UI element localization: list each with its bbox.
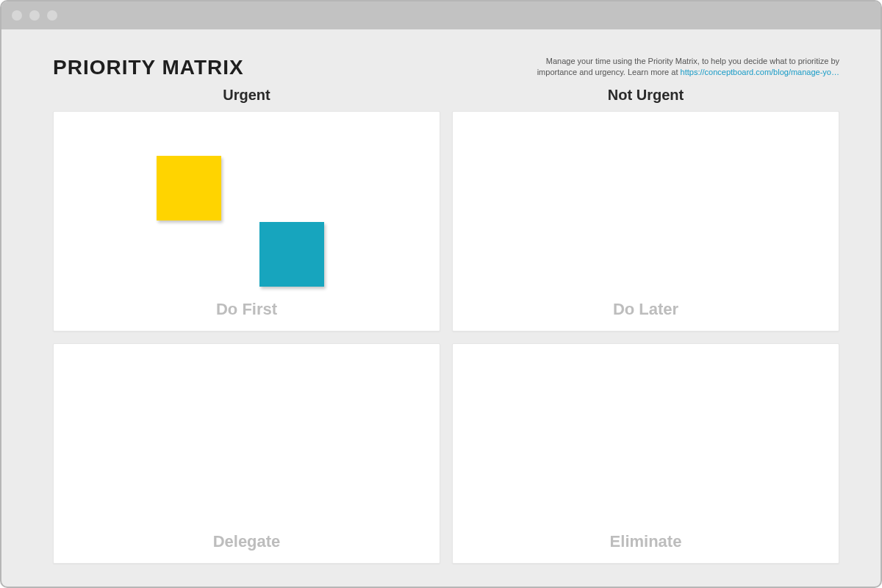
quadrant-do-first[interactable]: Do First (53, 111, 440, 331)
quadrant-label: Do First (216, 300, 277, 319)
quadrant-label: Delegate (213, 532, 281, 551)
window-control-close[interactable] (12, 10, 22, 21)
window-titlebar (1, 1, 881, 29)
sticky-note-yellow[interactable] (157, 156, 221, 220)
window-control-minimize[interactable] (29, 10, 40, 21)
column-header-not-urgent: Not Urgent (452, 87, 839, 104)
window-frame: PRIORITY MATRIX Manage your time using t… (0, 0, 882, 588)
header-row: PRIORITY MATRIX Manage your time using t… (53, 56, 839, 79)
window-control-maximize[interactable] (47, 10, 57, 21)
page-description: Manage your time using the Priority Matr… (523, 56, 839, 79)
quadrant-delegate[interactable]: Delegate (53, 343, 440, 564)
quadrant-do-later[interactable]: Do Later (452, 111, 839, 331)
matrix-wrap: Important Not Important Do First Do Late… (53, 111, 839, 564)
quadrant-eliminate[interactable]: Eliminate (452, 343, 839, 564)
column-headers: Urgent Not Urgent (53, 87, 839, 104)
canvas-area[interactable]: PRIORITY MATRIX Manage your time using t… (1, 29, 881, 587)
quadrant-label: Eliminate (610, 532, 682, 551)
sticky-note-teal[interactable] (259, 222, 324, 287)
quadrant-label: Do Later (613, 300, 678, 319)
priority-grid: Do First Do Later Delegate Eliminate (53, 111, 839, 564)
learn-more-link[interactable]: https://conceptboard.com/blog/manage-yo… (681, 68, 839, 76)
column-header-urgent: Urgent (53, 87, 440, 104)
page-title: PRIORITY MATRIX (53, 56, 244, 79)
